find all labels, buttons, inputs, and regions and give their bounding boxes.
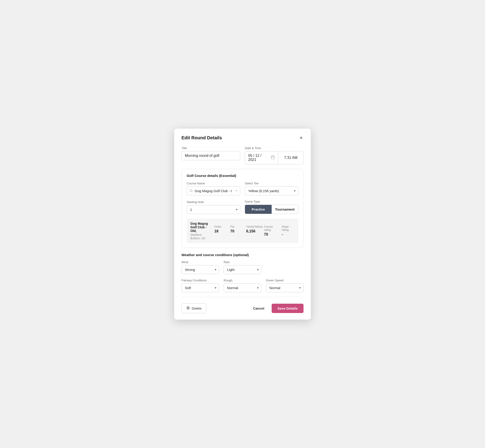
- green-speed-group: Green Speed SlowNormalFastVery Fast ▾: [266, 279, 304, 292]
- title-datetime-row: Title Date & Time 05 / 12 / 2021: [181, 146, 304, 164]
- course-name-group: Course Name ×: [187, 182, 240, 195]
- title-field-group: Title: [181, 146, 240, 164]
- wind-select[interactable]: CalmLightModerate StrongVery Strong: [181, 265, 219, 274]
- course-info-name: Gog Magog Golf Club - Old,: [190, 222, 211, 233]
- date-part[interactable]: 05 / 12 / 2021: [245, 151, 278, 164]
- rain-select-wrap: NoneLightModerateHeavy ▾: [224, 265, 261, 274]
- course-stats: Holes 18 Par 70 Yards(Yellow) 6,156 Cour…: [211, 225, 295, 237]
- select-tee-select[interactable]: Yellow (6,156 yards) White Red Blue: [245, 186, 298, 195]
- footer-right: Cancel Save Details: [249, 304, 304, 313]
- fairway-group: Fairway Conditions FirmNormalSoftWet ▾: [181, 279, 219, 292]
- course-name-clear-icon[interactable]: ×: [235, 189, 237, 193]
- starting-hole-select[interactable]: 1234 5678 910: [187, 205, 240, 214]
- modal-header: Edit Round Details ×: [181, 135, 304, 141]
- rough-label: Rough: [224, 279, 261, 282]
- fairway-select[interactable]: FirmNormalSoftWet: [181, 283, 219, 292]
- calendar-icon: [271, 155, 275, 160]
- starting-hole-group: Starting Hole 1234 5678 910 ▾: [187, 200, 240, 214]
- course-info-card: Gog Magog Golf Club - Old, Shelford Bott…: [187, 218, 298, 243]
- green-speed-label: Green Speed: [266, 279, 304, 282]
- date-time-row: 05 / 12 / 2021 7:31 AM: [245, 151, 304, 164]
- fairway-rough-green-row: Fairway Conditions FirmNormalSoftWet ▾ R…: [181, 279, 304, 292]
- golf-section-title: Golf Course details (Essential): [187, 174, 298, 177]
- edit-round-modal: Edit Round Details × Title Date & Time 0…: [174, 129, 311, 320]
- holes-label: Holes: [214, 225, 221, 228]
- rain-label: Rain: [224, 260, 261, 264]
- holes-value: 18: [214, 229, 218, 233]
- save-button[interactable]: Save Details: [272, 304, 304, 313]
- rain-group: Rain NoneLightModerateHeavy ▾: [224, 260, 261, 274]
- slope-rating-value: -: [282, 232, 283, 237]
- modal-title: Edit Round Details: [181, 135, 222, 140]
- footer-row: Delete Cancel Save Details: [181, 304, 304, 313]
- starting-hole-wrap: 1234 5678 910 ▾: [187, 205, 240, 214]
- time-part[interactable]: 7:31 AM: [278, 151, 303, 164]
- par-stat: Par 70: [227, 225, 243, 237]
- fairway-label: Fairway Conditions: [181, 279, 219, 282]
- rain-select[interactable]: NoneLightModerateHeavy: [224, 265, 261, 274]
- fairway-select-wrap: FirmNormalSoftWet ▾: [181, 283, 219, 292]
- course-info-name-group: Gog Magog Golf Club - Old, Shelford Bott…: [190, 222, 211, 240]
- wind-group: Wind CalmLightModerate StrongVery Strong…: [181, 260, 219, 274]
- golf-course-section: Golf Course details (Essential) Course N…: [181, 169, 304, 248]
- date-value: 05 / 12 / 2021: [248, 154, 269, 162]
- rough-select[interactable]: ShortNormalLongVery Long: [224, 283, 261, 292]
- footer-divider: [181, 297, 304, 297]
- green-speed-select[interactable]: SlowNormalFastVery Fast: [266, 283, 304, 292]
- course-info-location: Shelford Bottom, UK: [190, 233, 211, 240]
- time-value: 7:31 AM: [284, 156, 298, 160]
- course-name-input[interactable]: [187, 186, 240, 195]
- course-tee-row: Course Name × Select Tee: [187, 182, 298, 195]
- close-button[interactable]: ×: [299, 135, 304, 141]
- delete-button[interactable]: Delete: [181, 304, 206, 313]
- slope-rating-stat: Slope rating -: [278, 225, 295, 237]
- delete-label: Delete: [192, 306, 202, 310]
- yards-value: 6,156: [246, 229, 255, 233]
- select-tee-wrap: Yellow (6,156 yards) White Red Blue ▾: [245, 186, 298, 195]
- wind-select-wrap: CalmLightModerate StrongVery Strong ▾: [181, 265, 219, 274]
- yards-stat: Yards(Yellow) 6,156: [243, 225, 261, 237]
- search-icon: [189, 189, 193, 193]
- course-rating-value: 70: [264, 232, 268, 237]
- cancel-button[interactable]: Cancel: [249, 304, 268, 313]
- course-name-label: Course Name: [187, 182, 240, 185]
- weather-section: Weather and course conditions (optional)…: [181, 253, 304, 292]
- svg-rect-0: [271, 156, 274, 159]
- datetime-field-group: Date & Time 05 / 12 / 2021 7:31 AM: [245, 146, 304, 164]
- game-type-group: Game Type Practice Tournament: [245, 200, 298, 214]
- trash-icon: [186, 306, 190, 311]
- green-speed-select-wrap: SlowNormalFastVery Fast ▾: [266, 283, 304, 292]
- rough-group: Rough ShortNormalLongVery Long ▾: [224, 279, 261, 292]
- practice-button[interactable]: Practice: [245, 205, 272, 214]
- game-type-label: Game Type: [245, 200, 298, 203]
- title-label: Title: [181, 146, 240, 150]
- holes-stat: Holes 18: [211, 225, 227, 237]
- wind-label: Wind: [181, 260, 219, 264]
- slope-rating-label: Slope rating: [282, 225, 295, 232]
- weather-section-title: Weather and course conditions (optional): [181, 253, 304, 257]
- select-tee-group: Select Tee Yellow (6,156 yards) White Re…: [245, 182, 298, 195]
- yards-label: Yards(Yellow): [246, 225, 263, 228]
- course-rating-label: Course rating: [264, 225, 279, 232]
- game-type-toggle: Practice Tournament: [245, 205, 298, 214]
- title-input[interactable]: [181, 151, 240, 160]
- par-label: Par: [230, 225, 234, 228]
- rough-select-wrap: ShortNormalLongVery Long ▾: [224, 283, 261, 292]
- course-rating-stat: Course rating 70: [261, 225, 279, 237]
- select-tee-label: Select Tee: [245, 182, 298, 185]
- wind-rain-row: Wind CalmLightModerate StrongVery Strong…: [181, 260, 304, 274]
- par-value: 70: [230, 229, 234, 233]
- datetime-label: Date & Time: [245, 146, 304, 150]
- hole-gametype-row: Starting Hole 1234 5678 910 ▾ Game Type …: [187, 200, 298, 214]
- tournament-button[interactable]: Tournament: [272, 205, 298, 214]
- course-search-wrap: ×: [187, 186, 240, 195]
- svg-line-5: [192, 191, 192, 192]
- starting-hole-label: Starting Hole: [187, 200, 240, 204]
